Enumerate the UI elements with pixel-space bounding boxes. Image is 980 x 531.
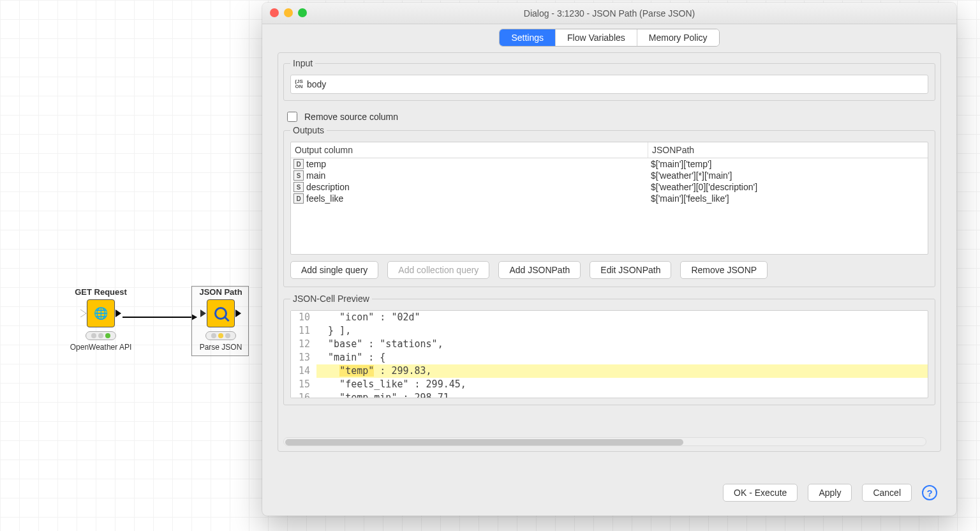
- table-row[interactable]: Dfeels_like$['main']['feels_like']: [291, 193, 928, 204]
- help-icon[interactable]: ?: [922, 485, 937, 500]
- globe-arrow-icon: 🌐: [94, 306, 108, 320]
- tab-settings[interactable]: Settings: [500, 29, 556, 46]
- line-number: 15: [291, 378, 316, 391]
- apply-button[interactable]: Apply: [808, 484, 852, 502]
- input-legend: Input: [290, 58, 315, 68]
- close-icon[interactable]: [270, 8, 279, 17]
- dialog-window: Dialog - 3:1230 - JSON Path (Parse JSON)…: [262, 3, 956, 516]
- line-number: 11: [291, 324, 316, 338]
- outputs-header-col1[interactable]: Output column: [291, 142, 648, 158]
- line-number: 10: [291, 311, 316, 324]
- code-line[interactable]: 10 "icon" : "02d": [291, 311, 928, 324]
- input-group: Input {JSON body: [283, 58, 935, 101]
- scrollbar-thumb[interactable]: [285, 439, 683, 445]
- type-badge-icon: S: [293, 170, 304, 181]
- tab-flow-variables[interactable]: Flow Variables: [556, 29, 637, 46]
- line-number: 14: [291, 364, 316, 378]
- node-get-request[interactable]: GET Request 🌐 OpenWeather API: [69, 287, 133, 352]
- port-out-icon[interactable]: [115, 310, 121, 317]
- code-line[interactable]: 14 "temp" : 299.83,: [291, 364, 928, 378]
- code-line[interactable]: 12 "base" : "stations",: [291, 338, 928, 351]
- segmented-tabs: Settings Flow Variables Memory Policy: [499, 29, 719, 47]
- jsonpath-value: $['main']['feels_like']: [648, 193, 928, 204]
- node-status-traffic: [85, 331, 116, 340]
- code-text: "temp_min" : 298.71,: [316, 391, 928, 398]
- tab-memory-policy[interactable]: Memory Policy: [637, 29, 719, 46]
- jsonpath-value: $['weather'][0]['description']: [648, 181, 928, 193]
- code-line[interactable]: 16 "temp_min" : 298.71,: [291, 391, 928, 398]
- outputs-group: Outputs Output column JSONPath Dtemp$['m…: [283, 125, 935, 287]
- output-column-name: description: [306, 182, 350, 192]
- add-collection-query-button[interactable]: Add collection query: [387, 261, 489, 279]
- output-column-name: feels_like: [306, 193, 343, 204]
- outputs-header-col2[interactable]: JSONPath: [648, 142, 928, 158]
- edit-jsonpath-button[interactable]: Edit JSONPath: [590, 261, 671, 279]
- code-text: "icon" : "02d": [316, 311, 928, 324]
- tab-bar: Settings Flow Variables Memory Policy: [262, 24, 956, 47]
- json-preview-group: JSON-Cell Preview 10 "icon" : "02d"11 } …: [283, 294, 935, 405]
- output-column-name: temp: [306, 159, 326, 169]
- magnifier-icon: [214, 307, 227, 320]
- table-row[interactable]: Dtemp$['main']['temp']: [291, 158, 928, 170]
- port-out-icon[interactable]: [235, 310, 241, 317]
- input-column-value: body: [307, 79, 326, 89]
- remove-source-label: Remove source column: [304, 112, 398, 122]
- settings-panel: Input {JSON body Remove source column Ou…: [278, 52, 941, 452]
- code-text: } ],: [316, 324, 928, 338]
- add-jsonpath-button[interactable]: Add JSONPath: [498, 261, 581, 279]
- type-badge-icon: S: [293, 182, 304, 192]
- node-icon-box[interactable]: [207, 299, 235, 327]
- code-line[interactable]: 11 } ],: [291, 324, 928, 338]
- outputs-legend: Outputs: [290, 125, 327, 135]
- ok-execute-button[interactable]: OK - Execute: [723, 484, 798, 502]
- node-icon-box[interactable]: 🌐: [87, 299, 115, 327]
- cancel-button[interactable]: Cancel: [862, 484, 912, 502]
- code-text: "base" : "stations",: [316, 338, 928, 351]
- node-json-path[interactable]: JSON Path Parse JSON: [189, 287, 253, 352]
- line-number: 12: [291, 338, 316, 351]
- connection-arrow[interactable]: [122, 317, 197, 318]
- outputs-table[interactable]: Output column JSONPath Dtemp$['main']['t…: [290, 142, 928, 255]
- node-title: JSON Path: [189, 287, 253, 299]
- node-caption: Parse JSON: [189, 343, 253, 352]
- node-title: GET Request: [69, 287, 133, 299]
- line-number: 16: [291, 391, 316, 398]
- table-row[interactable]: Smain$['weather'][*]['main']: [291, 170, 928, 181]
- titlebar[interactable]: Dialog - 3:1230 - JSON Path (Parse JSON): [262, 3, 956, 24]
- add-single-query-button[interactable]: Add single query: [290, 261, 378, 279]
- remove-source-checkbox[interactable]: [287, 112, 297, 122]
- line-number: 13: [291, 351, 316, 364]
- jsonpath-value: $['main']['temp']: [648, 158, 928, 170]
- type-badge-icon: D: [293, 193, 304, 204]
- port-in-icon[interactable]: [200, 310, 206, 317]
- code-text: "feels_like" : 299.45,: [316, 378, 928, 391]
- window-title: Dialog - 3:1230 - JSON Path (Parse JSON): [524, 8, 695, 19]
- json-type-icon: {JSON: [295, 79, 303, 89]
- code-line[interactable]: 13 "main" : {: [291, 351, 928, 364]
- input-column-selector[interactable]: {JSON body: [290, 75, 928, 94]
- dialog-footer: OK - Execute Apply Cancel ?: [262, 470, 956, 516]
- jsonpath-value: $['weather'][*]['main']: [648, 170, 928, 181]
- node-caption: OpenWeather API: [69, 343, 133, 352]
- code-text: "temp" : 299.83,: [316, 364, 928, 378]
- port-in-icon[interactable]: [80, 310, 86, 317]
- json-preview-code[interactable]: 10 "icon" : "02d"11 } ],12 "base" : "sta…: [290, 310, 928, 398]
- zoom-icon[interactable]: [298, 8, 307, 17]
- type-badge-icon: D: [293, 159, 304, 169]
- code-text: "main" : {: [316, 351, 928, 364]
- code-line[interactable]: 15 "feels_like" : 299.45,: [291, 378, 928, 391]
- table-row[interactable]: Sdescription$['weather'][0]['description…: [291, 181, 928, 193]
- horizontal-scrollbar[interactable]: [283, 437, 926, 446]
- json-preview-legend: JSON-Cell Preview: [290, 294, 372, 304]
- remove-jsonpath-button[interactable]: Remove JSONP: [680, 261, 768, 279]
- output-column-name: main: [306, 170, 325, 181]
- minimize-icon[interactable]: [284, 8, 293, 17]
- node-status-traffic: [205, 331, 236, 340]
